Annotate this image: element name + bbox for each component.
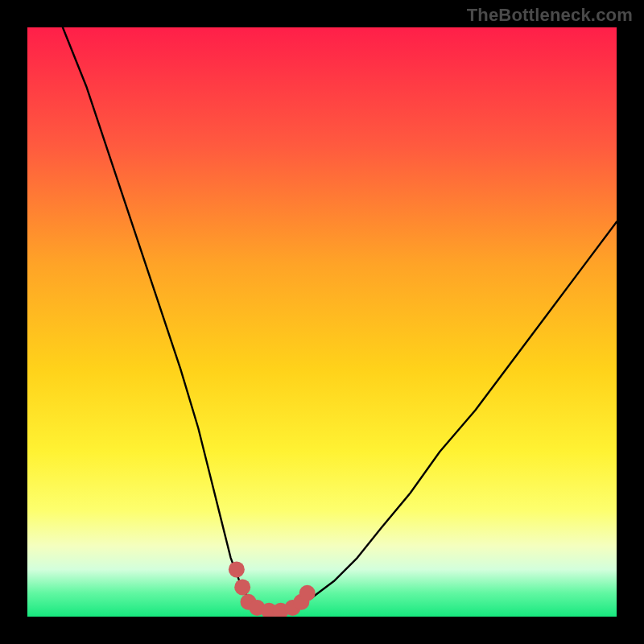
marker-dot — [299, 585, 316, 601]
bottleneck-curve — [63, 27, 617, 611]
plot-area — [27, 27, 617, 617]
curve-layer — [27, 27, 617, 617]
marker-dot — [234, 579, 250, 595]
marker-dot — [229, 561, 245, 577]
marker-dots — [229, 561, 316, 617]
watermark-text: TheBottleneck.com — [467, 5, 633, 26]
chart-frame: TheBottleneck.com — [0, 0, 644, 644]
